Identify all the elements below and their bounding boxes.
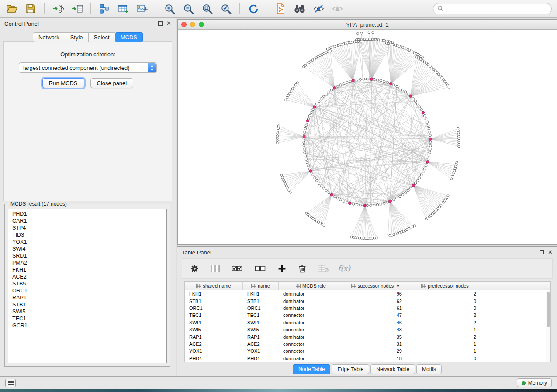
show-eye-icon[interactable] xyxy=(331,2,344,15)
tab-node-table[interactable]: Node Table xyxy=(293,364,331,374)
cell: FKH1 xyxy=(185,291,243,296)
cell: 43 xyxy=(343,327,408,332)
float-panel-icon[interactable] xyxy=(540,250,544,254)
close-panel-button[interactable]: Close panel xyxy=(90,78,134,88)
zoom-fit-icon[interactable] xyxy=(201,2,214,15)
mcds-result-item[interactable]: TEC1 xyxy=(8,315,166,322)
table-row[interactable]: ACE2ACE2connector311 xyxy=(185,340,550,347)
column-header-successor-nodes[interactable]: successor nodes xyxy=(343,282,408,290)
select-all-icon[interactable] xyxy=(230,263,244,274)
mcds-result-item[interactable]: TID3 xyxy=(8,231,166,238)
mcds-result-item[interactable]: YOX1 xyxy=(8,238,166,245)
table-row[interactable]: TEC1TEC1connector472 xyxy=(185,312,550,319)
column-header-name[interactable]: name xyxy=(243,282,279,290)
close-panel-icon[interactable]: ✕ xyxy=(548,250,553,254)
mcds-result-item[interactable]: SRD1 xyxy=(8,252,166,259)
cell: STB1 xyxy=(185,299,243,304)
table-row[interactable]: ORC1ORC1dominator610 xyxy=(185,305,550,312)
mcds-result-item[interactable]: SWI4 xyxy=(8,245,166,252)
mcds-result-item[interactable]: STB5 xyxy=(8,280,166,287)
tab-network[interactable]: Network xyxy=(33,32,65,42)
hide-analysis-eye-icon[interactable] xyxy=(312,2,325,15)
table-row[interactable]: SWI4SWI4dominator462 xyxy=(185,319,550,326)
zoom-out-icon[interactable] xyxy=(182,2,195,15)
table-row[interactable]: FKH1FKH1dominator962 xyxy=(185,290,550,297)
save-icon[interactable] xyxy=(24,2,37,15)
column-visibility-icon[interactable] xyxy=(209,263,221,274)
cell: dominator xyxy=(279,299,343,304)
mcds-result-item[interactable]: SWI5 xyxy=(8,308,166,315)
tab-motifs[interactable]: Motifs xyxy=(416,364,442,374)
new-network-icon[interactable] xyxy=(98,2,111,15)
share-document-icon[interactable] xyxy=(274,2,287,15)
cell: 1 xyxy=(408,341,482,347)
table-scrollbar[interactable] xyxy=(546,291,550,362)
cell: SWI4 xyxy=(185,320,243,325)
mcds-result-item[interactable]: ACE2 xyxy=(8,273,166,280)
close-panel-icon[interactable]: ✕ xyxy=(166,21,171,26)
import-network-icon[interactable] xyxy=(52,2,65,15)
show-panels-menu-icon[interactable] xyxy=(5,379,16,387)
tab-network-table[interactable]: Network Table xyxy=(370,364,415,374)
cell: 47 xyxy=(343,313,408,318)
settings-gear-icon[interactable] xyxy=(189,263,200,274)
mcds-result-item[interactable]: PHD1 xyxy=(8,210,166,217)
mcds-result-item[interactable]: PMA2 xyxy=(8,259,166,266)
unselect-all-icon[interactable] xyxy=(253,263,267,274)
mcds-result-item[interactable]: STP4 xyxy=(8,224,166,231)
mcds-result-item[interactable]: FKH1 xyxy=(8,266,166,273)
cell: YOX1 xyxy=(243,348,279,354)
table-row[interactable]: SWI5SWI5connector431 xyxy=(185,326,550,333)
mcds-result-item[interactable]: RAP1 xyxy=(8,294,166,301)
control-panel: Control Panel ✕ NetworkStyleSelectMCDS O… xyxy=(0,18,176,376)
tab-select[interactable]: Select xyxy=(89,32,115,42)
mcds-result-item[interactable]: STB1 xyxy=(8,301,166,308)
table-row[interactable]: PHD1PHD1dominator180 xyxy=(185,355,550,362)
import-table-icon[interactable] xyxy=(70,2,83,15)
tab-style[interactable]: Style xyxy=(65,32,89,42)
mcds-tab-content: Optimization criterion: largest connecte… xyxy=(3,41,172,201)
mcds-result-item[interactable]: GCR1 xyxy=(8,322,166,329)
refresh-icon[interactable] xyxy=(247,2,260,15)
sort-descending-icon xyxy=(396,285,400,287)
zoom-selected-icon[interactable] xyxy=(219,2,232,15)
tab-edge-table[interactable]: Edge Table xyxy=(332,364,369,374)
tab-mcds[interactable]: MCDS xyxy=(115,32,143,42)
mcds-result-item[interactable]: ORC1 xyxy=(8,287,166,294)
float-panel-icon[interactable] xyxy=(158,21,163,26)
toolbar-separator xyxy=(44,3,45,14)
search-binoculars-icon[interactable] xyxy=(293,2,306,15)
export-image-icon[interactable] xyxy=(135,2,149,15)
criterion-select[interactable]: largest connected component (undirected) xyxy=(19,62,157,73)
node-table: shared namenameMCDS rolesuccessor nodesp… xyxy=(184,281,551,362)
cell: 0 xyxy=(408,306,482,311)
memory-label: Memory xyxy=(528,380,547,386)
column-header-mcds-role[interactable]: MCDS role xyxy=(279,282,343,290)
column-header-predecessor-nodes[interactable]: predecessor nodes xyxy=(408,282,482,290)
cell: connector xyxy=(279,341,343,347)
zoom-in-icon[interactable] xyxy=(163,2,176,15)
scrollbar-thumb[interactable] xyxy=(547,292,550,327)
cell: RAP1 xyxy=(185,334,243,340)
main-toolbar xyxy=(0,0,557,18)
column-header-shared-name[interactable]: shared name xyxy=(185,282,243,290)
cell: SWI5 xyxy=(243,327,279,332)
search-field[interactable] xyxy=(433,3,552,14)
network-view[interactable] xyxy=(178,30,557,244)
table-row[interactable]: RAP1RAP1dominator352 xyxy=(185,333,550,340)
delete-column-icon[interactable] xyxy=(297,263,308,274)
memory-button[interactable]: Memory xyxy=(517,378,552,387)
new-table-icon[interactable] xyxy=(117,2,130,15)
table-panel-title: Table Panel xyxy=(182,249,211,256)
add-column-icon[interactable] xyxy=(276,263,287,274)
search-input[interactable] xyxy=(446,6,547,12)
mcds-result-list[interactable]: PHD1CAR1STP4TID3YOX1SWI4SRD1PMA2FKH1ACE2… xyxy=(8,209,167,363)
cell: SWI5 xyxy=(185,327,243,332)
mcds-result-item[interactable]: CAR1 xyxy=(8,217,166,224)
table-row[interactable]: STB1STB1dominator620 xyxy=(185,297,550,304)
cell: STB1 xyxy=(243,299,279,304)
run-mcds-button[interactable]: Run MCDS xyxy=(42,78,84,88)
cell: FKH1 xyxy=(243,291,279,296)
table-row[interactable]: YOX1YOX1connector291 xyxy=(185,347,550,354)
open-file-icon[interactable] xyxy=(5,2,18,15)
